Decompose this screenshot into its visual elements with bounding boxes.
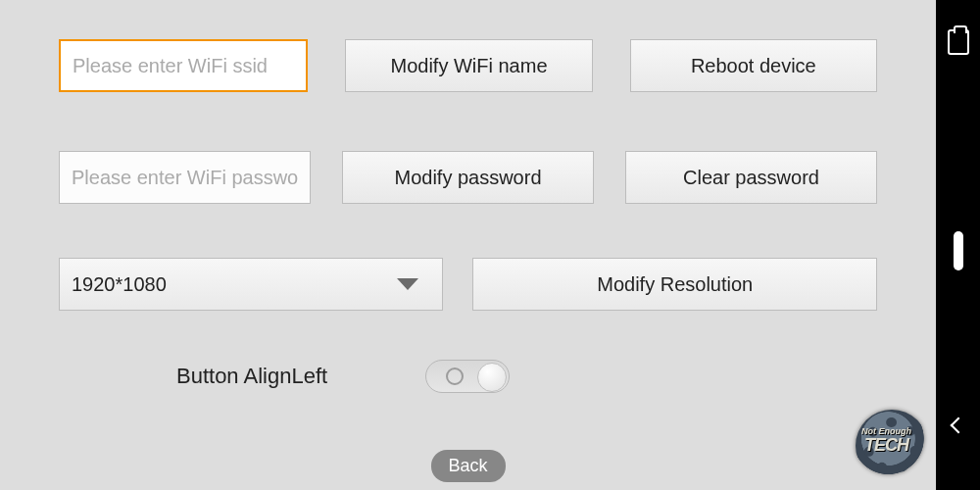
modify-wifi-name-button[interactable]: Modify WiFi name — [345, 39, 592, 92]
align-left-toggle[interactable] — [425, 360, 510, 393]
gear-icon — [856, 410, 928, 482]
settings-screen: Modify WiFi name Reboot device Modify pa… — [0, 0, 936, 490]
wifi-password-input[interactable] — [72, 152, 298, 203]
gesture-handle-icon[interactable] — [954, 231, 963, 270]
back-toast: Back — [430, 450, 505, 482]
toggle-thumb — [477, 363, 507, 392]
watermark-badge: Not Enough TECH — [856, 410, 928, 482]
align-left-row: Button AlignLeft — [176, 360, 877, 393]
modify-password-button[interactable]: Modify password — [342, 151, 594, 204]
modify-resolution-button[interactable]: Modify Resolution — [472, 258, 877, 311]
clipboard-icon[interactable] — [948, 29, 969, 55]
watermark-line2: Enough — [879, 426, 912, 436]
wifi-ssid-input[interactable] — [73, 41, 294, 90]
watermark-brand: TECH — [861, 436, 911, 454]
wifi-password-input-wrapper[interactable] — [59, 151, 311, 204]
wifi-password-row: Modify password Clear password — [59, 151, 877, 204]
wifi-ssid-input-wrapper[interactable] — [59, 39, 308, 92]
chevron-down-icon — [397, 278, 418, 290]
back-caret-icon[interactable] — [950, 417, 966, 434]
toggle-off-indicator-icon — [446, 368, 464, 385]
clear-password-button[interactable]: Clear password — [625, 151, 877, 204]
resolution-selected-value: 1920*1080 — [72, 273, 167, 296]
reboot-device-button[interactable]: Reboot device — [630, 39, 877, 92]
align-left-label: Button AlignLeft — [176, 364, 327, 389]
wifi-name-row: Modify WiFi name Reboot device — [59, 39, 877, 92]
resolution-select[interactable]: 1920*1080 — [59, 258, 443, 311]
resolution-row: 1920*1080 Modify Resolution — [59, 258, 877, 311]
system-nav-bar — [936, 0, 980, 490]
watermark-line1: Not — [861, 426, 876, 436]
